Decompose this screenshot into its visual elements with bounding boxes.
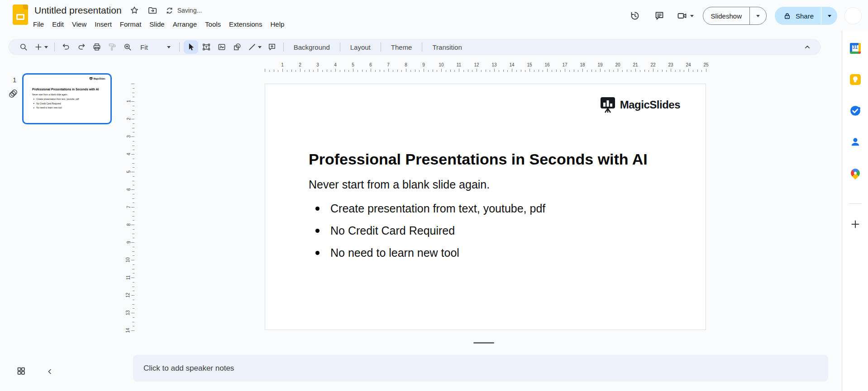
- chevron-down-icon: [756, 15, 760, 17]
- sync-icon: [165, 6, 174, 15]
- star-icon[interactable]: [129, 5, 140, 16]
- magicslides-logo-icon: [89, 77, 92, 80]
- slide-bullet-list: Create presentation from text, youtube, …: [32, 98, 79, 111]
- transition-button[interactable]: Transition: [426, 40, 467, 54]
- tasks-icon[interactable]: [846, 102, 864, 120]
- collapse-filmstrip-icon[interactable]: [40, 362, 60, 382]
- bullet-dot-icon: [33, 103, 34, 104]
- toolbar-divider: [422, 42, 422, 52]
- menu-item[interactable]: File: [29, 19, 48, 29]
- bullet-dot-icon: [315, 229, 320, 233]
- share-button-group: Share: [775, 7, 837, 25]
- share-label: Share: [796, 12, 814, 20]
- slide-title[interactable]: Professional Presentations in Seconds wi…: [309, 150, 671, 169]
- toolbar-divider: [179, 42, 180, 52]
- slide-subtitle[interactable]: Never start from a blank slide again.: [309, 178, 490, 191]
- keep-icon[interactable]: [846, 71, 864, 89]
- account-avatar[interactable]: [844, 7, 862, 24]
- toolbar-divider: [340, 42, 340, 52]
- slideshow-dropdown[interactable]: [749, 7, 766, 24]
- search-menus-icon[interactable]: [16, 40, 31, 54]
- bullet-text: No Credit Card Required: [330, 224, 455, 237]
- menu-item[interactable]: Insert: [91, 19, 116, 29]
- vertical-ruler: 1234567891011121314: [125, 84, 134, 333]
- magicslides-logo[interactable]: MagicSlides: [599, 97, 680, 113]
- layout-button[interactable]: Layout: [344, 40, 377, 54]
- maps-icon[interactable]: [846, 164, 864, 182]
- toolbar-divider: [381, 42, 381, 52]
- print-icon[interactable]: [90, 40, 104, 54]
- transition-indicator-icon[interactable]: [8, 88, 19, 99]
- new-slide-button[interactable]: [32, 40, 50, 54]
- theme-button[interactable]: Theme: [385, 40, 418, 54]
- calendar-icon[interactable]: 31: [846, 39, 864, 57]
- menu-item[interactable]: Tools: [201, 19, 225, 29]
- notes-resize-handle[interactable]: [473, 342, 494, 344]
- slide-thumbnail[interactable]: MagicSlides Professional Presentations i…: [22, 73, 112, 124]
- menu-item[interactable]: Extensions: [225, 19, 266, 29]
- insert-image-icon[interactable]: [215, 40, 229, 54]
- menu-item[interactable]: Edit: [48, 19, 68, 29]
- bullet-item: Create presentation from text, youtube, …: [32, 98, 79, 100]
- slideshow-label: Slideshow: [711, 12, 742, 20]
- chevron-down-icon: [828, 15, 831, 17]
- slide-canvas[interactable]: MagicSlides Professional Presentations i…: [265, 84, 706, 330]
- slide-number: 1: [13, 76, 16, 84]
- speaker-notes-placeholder: Click to add speaker notes: [143, 364, 234, 373]
- share-dropdown[interactable]: [821, 7, 837, 25]
- bullet-item[interactable]: No need to learn new tool: [309, 246, 545, 259]
- slideshow-button[interactable]: Slideshow: [703, 7, 749, 24]
- move-folder-icon[interactable]: [147, 5, 158, 16]
- share-button[interactable]: Share: [775, 7, 821, 25]
- menu-item[interactable]: Slide: [145, 19, 168, 29]
- insert-shape-icon[interactable]: [230, 40, 244, 54]
- redo-icon[interactable]: [74, 40, 89, 54]
- slides-file-icon-sheet: [16, 14, 24, 20]
- zoom-in-icon[interactable]: [120, 40, 135, 54]
- bullet-text: No Credit Card Required: [36, 102, 61, 105]
- comments-icon[interactable]: [649, 6, 669, 26]
- bullet-text: Create presentation from text, youtube, …: [330, 202, 545, 215]
- save-status-text: Saving...: [177, 7, 202, 14]
- version-history-icon[interactable]: [625, 6, 645, 26]
- undo-icon[interactable]: [59, 40, 73, 54]
- bullet-text: No need to learn new tool: [330, 246, 459, 259]
- bullet-text: Create presentation from text, youtube, …: [36, 98, 79, 100]
- bullet-dot-icon: [33, 99, 34, 99]
- chevron-down-icon: [44, 46, 48, 48]
- bullet-item[interactable]: Create presentation from text, youtube, …: [309, 202, 545, 215]
- magicslides-logo: MagicSlides: [89, 77, 105, 80]
- bullet-item[interactable]: No Credit Card Required: [309, 224, 545, 237]
- text-box-icon[interactable]: [199, 40, 214, 54]
- slide-thumbnail-content: MagicSlides Professional Presentations i…: [24, 75, 110, 123]
- slide-subtitle: Never start from a blank slide again.: [32, 93, 68, 96]
- select-tool-icon[interactable]: [184, 40, 198, 54]
- zoom-value: Fit: [140, 43, 148, 51]
- zoom-select[interactable]: Fit: [136, 40, 175, 54]
- menu-item[interactable]: Help: [266, 19, 288, 29]
- horizontal-ruler: 1234567891011121314151617181920212223242…: [265, 62, 713, 72]
- add-comment-icon[interactable]: [265, 40, 279, 54]
- menu-item[interactable]: Arrange: [169, 19, 201, 29]
- grid-view-icon[interactable]: [11, 361, 31, 381]
- hide-menus-icon[interactable]: [800, 40, 815, 54]
- menu-item[interactable]: View: [68, 19, 91, 29]
- contacts-icon[interactable]: [846, 133, 864, 151]
- menu-bar: FileEditViewInsertFormatSlideArrangeTool…: [29, 19, 288, 29]
- side-panel: 31: [842, 31, 868, 391]
- speaker-notes-input[interactable]: Click to add speaker notes: [133, 355, 828, 382]
- slide-bullet-list[interactable]: Create presentation from text, youtube, …: [309, 202, 545, 268]
- background-button[interactable]: Background: [288, 40, 336, 54]
- toolbar-divider: [283, 42, 284, 52]
- save-status[interactable]: Saving...: [165, 6, 202, 15]
- chevron-down-icon: [690, 15, 694, 17]
- insert-line-icon[interactable]: [245, 40, 264, 54]
- get-addons-icon[interactable]: [846, 215, 864, 233]
- bullet-dot-icon: [315, 207, 320, 211]
- paint-format-icon[interactable]: [105, 40, 119, 54]
- slides-file-icon[interactable]: [13, 5, 28, 25]
- meet-camera-button[interactable]: [674, 10, 696, 21]
- document-title[interactable]: Untitled presentation: [34, 5, 122, 16]
- slideshow-button-group: Slideshow: [703, 7, 767, 25]
- menu-item[interactable]: Format: [116, 19, 146, 29]
